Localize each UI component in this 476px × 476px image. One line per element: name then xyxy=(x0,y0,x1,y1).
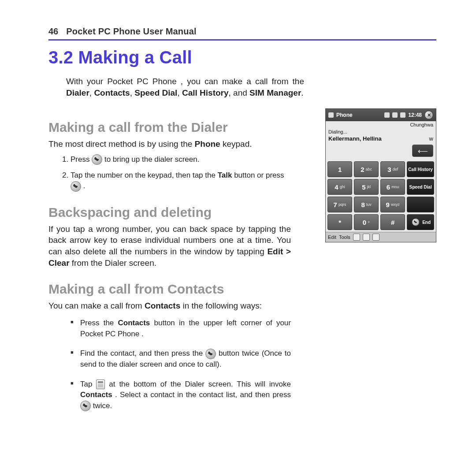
contacts-bullets: Press the Contacts button in the upper l… xyxy=(71,318,291,411)
bold-contacts: Contacts xyxy=(80,390,112,399)
keypad-key: * xyxy=(327,214,352,230)
key-letters: + xyxy=(368,220,370,224)
key-letters: jkl xyxy=(367,185,371,189)
bullet-2: Find the contact, and then press the but… xyxy=(71,348,291,370)
page-number: 46 xyxy=(48,26,58,37)
key-letters: def xyxy=(393,167,398,171)
section-number: 3.2 xyxy=(48,48,73,67)
menu-edit: Edit xyxy=(328,234,336,240)
text: at the bottom of the Dialer screen. This… xyxy=(109,380,291,388)
subhead-backspace: Backspacing and deleting xyxy=(48,205,314,220)
section-title: Making a Call xyxy=(78,48,192,67)
key-letters: tuv xyxy=(366,202,372,207)
phone-clock: 12:48 xyxy=(408,112,422,118)
key-digit: 7 xyxy=(334,201,337,208)
bullet-1: Press the Contacts button in the upper l… xyxy=(71,318,291,339)
text: in the following ways: xyxy=(182,301,262,310)
intro-text: With your Pocket PC Phone , you can make… xyxy=(66,77,304,86)
text: If you tap a wrong number, you can back … xyxy=(48,224,291,256)
intro-bold-sim: SIM Manager xyxy=(249,88,301,97)
key-digit: 9 xyxy=(386,201,390,208)
key-digit: 2 xyxy=(361,166,364,173)
running-title: Pocket PC Phone User Manual xyxy=(66,26,196,37)
key-label: Speed Dial xyxy=(409,185,432,190)
key-digit: * xyxy=(338,219,341,226)
bottombar-icon xyxy=(363,234,370,241)
bottombar-icon xyxy=(353,234,360,241)
talk-button-icon xyxy=(92,154,102,165)
talk-button-icon xyxy=(205,349,216,359)
step-2: Tap the number on the keypad, then tap t… xyxy=(71,170,291,191)
sep: , and xyxy=(229,88,250,97)
contact-name: Kellermann, Hellina xyxy=(328,135,382,142)
keypad-key: 2abc xyxy=(354,161,379,177)
header-rule xyxy=(48,39,436,41)
text: to bring up the dialer screen. xyxy=(104,155,199,164)
key-digit: 4 xyxy=(335,183,338,191)
subhead-dialer: Making a call from the Dialer xyxy=(48,120,314,135)
keypad-key: 8tuv xyxy=(354,197,379,212)
keypad-side-button: End xyxy=(407,214,434,230)
speaker-icon xyxy=(400,112,405,118)
key-letters: wxyz xyxy=(391,202,400,207)
keypad-key: 5jkl xyxy=(354,179,379,195)
keypad-side-button xyxy=(407,197,434,212)
intro-bold-callhistory: Call History xyxy=(182,88,229,97)
keypad-key: 9wxyz xyxy=(380,197,405,212)
bold-contacts: Contacts xyxy=(118,319,150,327)
text: Press the xyxy=(80,319,118,327)
key-digit: 6 xyxy=(387,183,390,191)
key-letters: pqrs xyxy=(338,202,346,207)
key-letters: ghi xyxy=(340,185,345,189)
bold-phone: Phone xyxy=(195,139,220,149)
text: Tap xyxy=(80,380,96,388)
key-digit: 0 xyxy=(363,219,366,226)
text: keypad. xyxy=(223,139,252,149)
text: You can make a call from xyxy=(48,301,145,310)
keypad-key: 7pqrs xyxy=(327,197,352,212)
bottombar-icon xyxy=(372,234,379,241)
signal-icon xyxy=(384,112,390,118)
text: Find the contact, and then press the xyxy=(80,349,205,357)
bold-contacts: Contacts xyxy=(145,301,180,310)
text: Press xyxy=(71,155,92,164)
text: twice. xyxy=(93,402,112,410)
key-digit: # xyxy=(391,219,394,226)
key-digit: 1 xyxy=(338,166,342,173)
sep: . xyxy=(301,88,303,97)
subhead-contacts: Making a call from Contacts xyxy=(48,282,314,297)
bold-talk: Talk xyxy=(218,171,232,179)
step-1: Press to bring up the dialer screen. xyxy=(71,154,291,165)
bullet-3: Tap at the bottom of the Dialer screen. … xyxy=(71,379,291,412)
keypad-key: 1 xyxy=(327,161,352,177)
text: Tap the number on the keypad, then tap t… xyxy=(71,171,218,179)
key-letters: mno xyxy=(391,185,399,189)
key-digit: 3 xyxy=(387,166,391,173)
key-letters: abc xyxy=(366,167,372,171)
phone-app-title: Phone xyxy=(336,112,353,118)
dialer-steps: Press to bring up the dialer screen. Tap… xyxy=(61,154,291,192)
backspace-para: If you tap a wrong number, you can back … xyxy=(48,223,291,269)
intro-bold-contacts: Contacts xyxy=(94,88,130,97)
talk-button-icon xyxy=(71,181,81,192)
contact-type-letter: w xyxy=(429,135,433,142)
text: from the Dialer screen. xyxy=(72,258,156,268)
text: The most direct method is by using the xyxy=(48,139,195,149)
call-status: Dialing... xyxy=(328,129,347,134)
menu-tools: Tools xyxy=(339,234,350,240)
key-label: End xyxy=(422,220,431,225)
keypad-key: 6mno xyxy=(380,179,405,195)
keypad-key: 3def xyxy=(380,161,405,177)
keypad-key: 0+ xyxy=(354,214,379,230)
phone-keypad: 12abc3defCall History4ghi5jkl6mnoSpeed D… xyxy=(326,160,436,232)
section-heading: 3.2 Making a Call xyxy=(48,48,436,67)
phone-titlebar: Phone 12:48 ✕ xyxy=(326,109,436,121)
running-header: 46 Pocket PC Phone User Manual xyxy=(48,26,436,37)
keypad-side-button: Speed Dial xyxy=(407,179,434,195)
intro-paragraph: With your Pocket PC Phone , you can make… xyxy=(66,76,304,98)
dialer-para: The most direct method is by using the P… xyxy=(48,138,291,150)
backspace-key: ⟵ xyxy=(412,145,433,157)
sep: , xyxy=(177,88,182,97)
carrier-label: Chunghwa xyxy=(326,121,436,128)
keypad-key: 4ghi xyxy=(327,179,352,195)
